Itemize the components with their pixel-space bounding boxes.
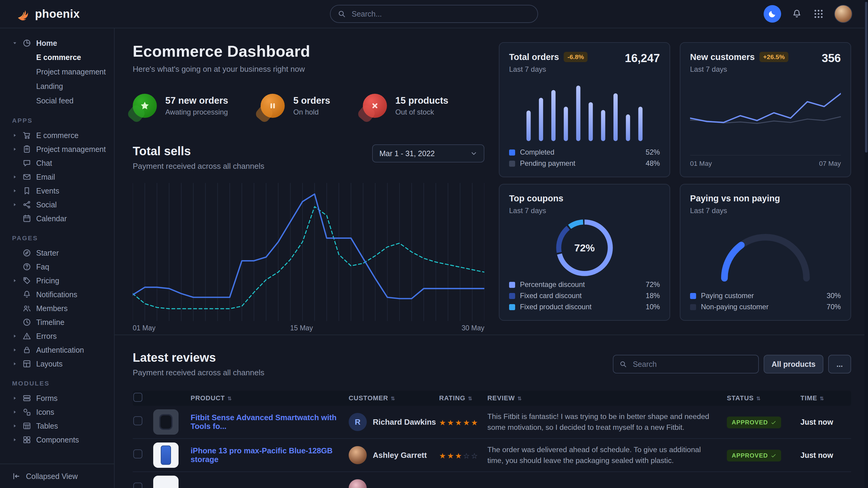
- column-header-time[interactable]: TIME⇅: [801, 394, 851, 402]
- caret-right-icon: [12, 188, 22, 194]
- more-options-button[interactable]: ...: [828, 355, 851, 373]
- mail-icon: [22, 172, 31, 182]
- notifications-button[interactable]: [791, 8, 803, 20]
- total-orders-card: Total orders -6.8% Last 7 days 16,247 C: [499, 42, 670, 177]
- legend-value: 48%: [646, 159, 660, 168]
- share-icon: [22, 200, 31, 209]
- sidebar-item-icons[interactable]: Icons: [12, 405, 108, 419]
- x-icon: [363, 94, 387, 118]
- collapsed-view-toggle[interactable]: Collapsed View: [0, 464, 114, 488]
- profile-avatar[interactable]: [834, 5, 852, 23]
- clock-icon: [22, 318, 31, 327]
- customer-avatar: [349, 479, 367, 488]
- legend-swatch: [690, 304, 696, 310]
- column-header-status[interactable]: STATUS⇅: [727, 394, 801, 402]
- sort-icon: ⇅: [391, 396, 395, 401]
- sidebar-item-home[interactable]: Home: [12, 36, 108, 50]
- card-period: Last 7 days: [690, 206, 780, 215]
- scrollbar[interactable]: [864, 0, 868, 488]
- search-icon: [338, 10, 346, 18]
- caret-right-icon: [12, 437, 22, 443]
- brand[interactable]: phoenix: [16, 7, 80, 21]
- sidebar-item-faq[interactable]: Faq: [12, 260, 108, 274]
- legend-value: 70%: [827, 303, 841, 311]
- sidebar-item-chat[interactable]: Chat: [12, 156, 108, 170]
- scrollbar-thumb[interactable]: [865, 2, 867, 153]
- app-launcher-button[interactable]: [812, 8, 825, 20]
- sidebar-item-e-commerce[interactable]: E commerce: [36, 50, 108, 65]
- customer-avatar: R: [349, 413, 367, 431]
- sidebar-item-landing[interactable]: Landing: [36, 79, 108, 93]
- all-products-button[interactable]: All products: [764, 355, 824, 373]
- global-search[interactable]: [330, 5, 538, 23]
- sidebar-section-apps: APPS: [12, 117, 108, 124]
- column-header-review[interactable]: REVIEW⇅: [487, 394, 727, 402]
- sidebar-item-project-management[interactable]: Project management: [12, 142, 108, 156]
- product-image: [153, 409, 179, 435]
- question-icon: [22, 262, 31, 271]
- sidebar-item-notifications[interactable]: Notifications: [12, 288, 108, 301]
- row-checkbox[interactable]: [133, 483, 142, 488]
- bell-icon: [22, 290, 31, 299]
- theme-toggle-button[interactable]: [764, 5, 781, 23]
- column-header-product[interactable]: PRODUCT⇅: [191, 394, 349, 402]
- sidebar-item-email[interactable]: Email: [12, 170, 108, 184]
- clipboard-icon: [22, 145, 31, 154]
- caret-down-icon: [12, 40, 22, 46]
- legend-swatch: [509, 150, 515, 156]
- product-link[interactable]: iPhone 13 pro max-Pacific Blue-128GB sto…: [191, 446, 349, 464]
- sidebar-item-starter[interactable]: Starter: [12, 246, 108, 260]
- paying-vs-non-paying-card: Paying vs non paying Last 7 days Paying …: [680, 184, 851, 321]
- review-time: Just now: [801, 418, 851, 426]
- card-title: Top coupons: [509, 194, 563, 203]
- components-icon: [22, 435, 31, 444]
- sidebar-item-authentication[interactable]: Authentication: [12, 343, 108, 357]
- legend-label: Completed: [520, 148, 554, 157]
- table-row: Fitbit Sense Advanced Smartwatch with To…: [133, 406, 851, 439]
- sidebar-item-events[interactable]: Events: [12, 184, 108, 198]
- stat-out-of-stock: 15 products Out of stock: [363, 94, 448, 118]
- navbar-actions: [764, 5, 852, 23]
- stat-caption: Awating processing: [165, 108, 228, 116]
- latest-reviews-subtitle: Payment received across all channels: [133, 368, 264, 378]
- sidebar-item-e-commerce[interactable]: E commerce: [12, 128, 108, 142]
- column-header-customer[interactable]: CUSTOMER⇅: [349, 394, 439, 402]
- select-all-checkbox[interactable]: [133, 393, 142, 402]
- product-link[interactable]: Fitbit Sense Advanced Smartwatch with To…: [191, 413, 349, 431]
- legend: Paying customer30% Non-paying customer70…: [690, 292, 841, 311]
- sidebar-item-layouts[interactable]: Layouts: [12, 357, 108, 371]
- sidebar-item-pricing[interactable]: Pricing: [12, 274, 108, 288]
- card-title: Paying vs non paying: [690, 194, 780, 203]
- reviews-search-input[interactable]: [631, 359, 752, 369]
- legend-swatch: [509, 293, 515, 299]
- reviews-search[interactable]: [613, 355, 759, 373]
- sidebar-item-timeline[interactable]: Timeline: [12, 315, 108, 329]
- search-icon: [619, 360, 627, 368]
- sidebar-item-forms[interactable]: Forms: [12, 391, 108, 405]
- product-image: [153, 476, 179, 488]
- date-range-select[interactable]: Mar 1 - 31, 2022: [372, 144, 484, 162]
- top-coupons-card: Top coupons Last 7 days 72%: [499, 184, 670, 321]
- sidebar-item-social-feed[interactable]: Social feed: [36, 93, 108, 108]
- legend: Percentage discount72% Fixed card discou…: [509, 281, 660, 311]
- sidebar-item-calendar[interactable]: Calendar: [12, 212, 108, 225]
- sidebar-item-components[interactable]: Components: [12, 433, 108, 447]
- legend-swatch: [509, 282, 515, 288]
- date-range-value: Mar 1 - 31, 2022: [379, 149, 435, 158]
- total-sells-subtitle: Payment received across all channels: [133, 162, 264, 171]
- column-header-rating[interactable]: RATING⇅: [439, 394, 487, 402]
- row-checkbox[interactable]: [133, 449, 142, 458]
- sidebar-item-project-management[interactable]: Project management: [36, 65, 108, 79]
- sidebar-item-members[interactable]: Members: [12, 301, 108, 315]
- sidebar-item-tables[interactable]: Tables: [12, 419, 108, 433]
- legend-value: 18%: [646, 292, 660, 300]
- sidebar-item-errors[interactable]: Errors: [12, 329, 108, 343]
- page-subtitle: Here's what's going on at your business …: [133, 65, 484, 74]
- stat-new-orders: 57 new orders Awating processing: [133, 94, 228, 118]
- sidebar-item-social[interactable]: Social: [12, 198, 108, 212]
- legend-value: 52%: [646, 148, 660, 157]
- caret-right-icon: [12, 333, 22, 339]
- row-checkbox[interactable]: [133, 416, 142, 425]
- search-input[interactable]: [350, 9, 530, 19]
- review-text: This Fitbit is fantastic! I was trying t…: [487, 411, 727, 432]
